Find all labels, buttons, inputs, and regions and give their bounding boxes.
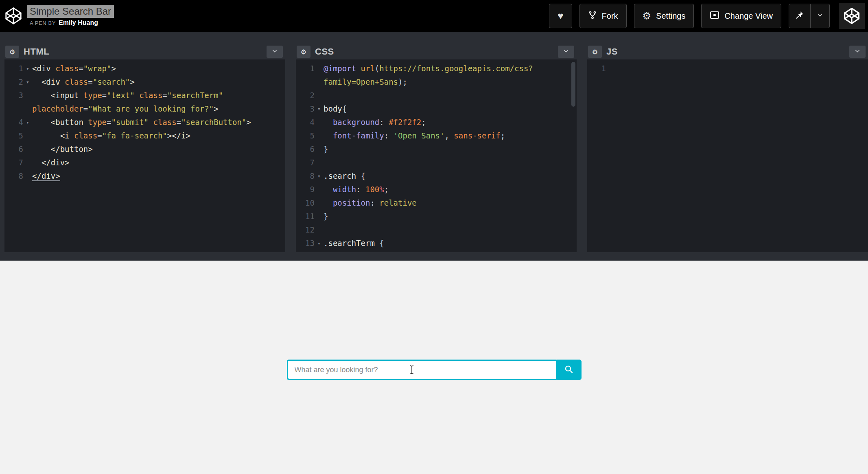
search-icon (564, 364, 574, 375)
js-code-area[interactable]: 1 (587, 59, 868, 252)
code-text: } (324, 143, 577, 156)
code-text: background: #f2f2f2; (324, 116, 577, 129)
codepen-logo-icon[interactable] (4, 7, 23, 25)
code-line: 5 font-family: 'Open Sans', sans-serif; (296, 129, 577, 143)
fold-arrow-icon[interactable]: ▾ (23, 75, 32, 89)
fold-spacer (315, 143, 324, 156)
fold-spacer (315, 210, 324, 223)
line-number: 5 (4, 129, 23, 143)
css-scrollbar (571, 61, 575, 250)
fold-spacer (315, 89, 324, 102)
fold-arrow-icon[interactable]: ▾ (315, 169, 324, 183)
code-line: 4 background: #f2f2f2; (296, 116, 577, 129)
chevron-down-icon (563, 48, 569, 56)
fold-spacer (23, 129, 32, 143)
chevron-down-icon (271, 48, 278, 56)
fold-arrow-icon[interactable]: ▾ (315, 102, 324, 116)
line-number: 1 (587, 62, 606, 75)
editor-panels: ⚙ HTML 1▾<div class="wrap">2▾ <div class… (0, 32, 868, 261)
code-line: 2▾ <div class="search"> (4, 75, 285, 89)
fold-spacer (23, 143, 32, 156)
fold-spacer (23, 169, 32, 183)
css-panel-title: CSS (315, 46, 334, 57)
author-link[interactable]: Emily Huang (59, 19, 98, 26)
fold-arrow-icon[interactable]: ▾ (23, 62, 32, 75)
fold-spacer (23, 89, 32, 102)
fold-spacer (315, 116, 324, 129)
user-avatar[interactable] (839, 3, 865, 29)
settings-button[interactable]: ⚙ Settings (634, 4, 694, 28)
line-number: 8 (4, 169, 23, 183)
css-scrollbar-thumb[interactable] (571, 62, 575, 107)
heart-icon: ♥ (558, 11, 563, 21)
css-editor-settings-button[interactable]: ⚙ (297, 46, 310, 58)
fold-spacer (315, 156, 324, 169)
line-number: 7 (4, 156, 23, 169)
pin-icon (795, 11, 804, 21)
code-line: 5 <i class="fa fa-search"></i> (4, 129, 285, 143)
pin-split-button (789, 4, 830, 28)
line-number: 2 (4, 75, 23, 89)
code-text: <i class="fa fa-search"></i> (32, 129, 285, 143)
line-number: 6 (4, 143, 23, 156)
code-line: 7 (296, 156, 577, 169)
html-code-area[interactable]: 1▾<div class="wrap">2▾ <div class="searc… (4, 59, 285, 252)
gear-icon: ⚙ (643, 11, 652, 21)
css-panel-header: ⚙ CSS (296, 44, 577, 59)
html-panel-collapse-button[interactable] (267, 46, 283, 58)
css-panel-collapse-button[interactable] (558, 46, 574, 58)
preview-search-input[interactable] (287, 360, 556, 380)
html-editor-panel: ⚙ HTML 1▾<div class="wrap">2▾ <div class… (4, 44, 285, 252)
code-line: 2 (296, 89, 577, 102)
fork-button-label: Fork (602, 11, 618, 21)
code-line: 13▾.searchTerm { (296, 237, 577, 250)
chevron-down-icon (817, 12, 823, 20)
code-line: 7 </div> (4, 156, 285, 169)
code-text (615, 62, 868, 75)
js-editor-settings-button[interactable]: ⚙ (588, 46, 602, 58)
fold-arrow-icon[interactable]: ▾ (315, 237, 324, 250)
fold-spacer (315, 62, 324, 75)
fold-arrow-icon[interactable]: ▾ (23, 116, 32, 129)
chevron-down-icon (854, 48, 861, 56)
code-text: </button> (32, 143, 285, 156)
code-text: <div class="search"> (32, 75, 285, 89)
line-number: 8 (296, 169, 315, 183)
preview-search-button[interactable] (556, 360, 582, 380)
line-number: 3 (4, 89, 23, 102)
line-number: 1 (4, 62, 23, 75)
fold-spacer (315, 223, 324, 237)
change-view-button[interactable]: Change View (701, 4, 781, 28)
line-number: 3 (296, 102, 315, 116)
pin-button[interactable] (789, 4, 810, 28)
css-code-area[interactable]: 1@import url(https://fonts.googleapis.co… (296, 59, 577, 252)
js-panel-header: ⚙ JS (587, 44, 868, 59)
line-number: 7 (296, 156, 315, 169)
html-editor-settings-button[interactable]: ⚙ (5, 46, 19, 58)
like-button[interactable]: ♥ (549, 4, 572, 28)
change-view-icon (710, 11, 719, 21)
line-number: 1 (296, 62, 315, 75)
byline: A PEN BY Emily Huang (27, 19, 114, 26)
js-panel-collapse-button[interactable] (849, 46, 866, 58)
fold-spacer (315, 196, 324, 210)
gear-icon: ⚙ (592, 48, 598, 56)
header-actions: ♥ Fork ⚙ Settings Change View (549, 3, 865, 29)
code-line: 1@import url(https://fonts.googleapis.co… (296, 62, 577, 75)
fold-spacer (315, 183, 324, 196)
js-editor-panel: ⚙ JS 1 (587, 44, 868, 252)
fold-spacer (315, 75, 324, 89)
code-line: 10 position: relative (296, 196, 577, 210)
code-text (324, 156, 577, 169)
gear-icon: ⚙ (9, 48, 15, 56)
pin-dropdown-button[interactable] (810, 4, 829, 28)
fork-icon (588, 11, 597, 22)
code-text (324, 89, 577, 102)
line-number: 11 (296, 210, 315, 223)
gear-icon: ⚙ (301, 48, 306, 56)
line-number: 5 (296, 129, 315, 143)
fork-button[interactable]: Fork (579, 4, 627, 28)
line-number (296, 75, 315, 89)
pen-title[interactable]: Simple Search Bar (27, 5, 114, 18)
html-panel-title: HTML (24, 46, 49, 57)
